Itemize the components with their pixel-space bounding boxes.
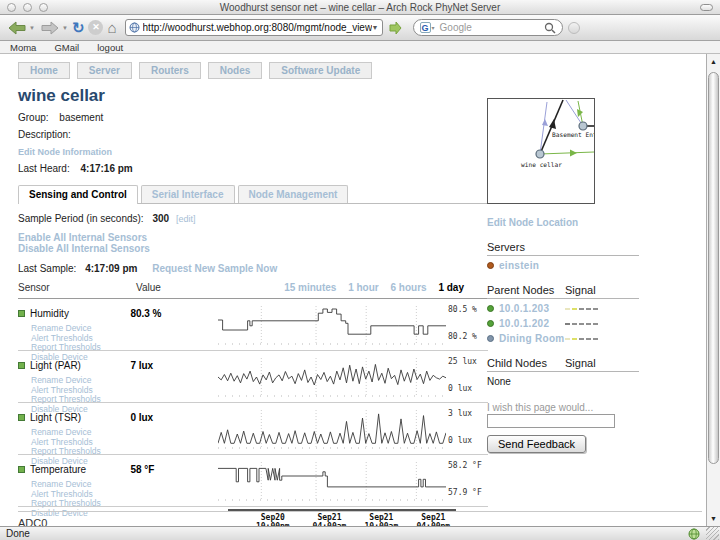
node-status-dot xyxy=(487,320,494,327)
browser-toolbar: ▼ ▼ ↻ ✕ ⌂ ▼ G ▾ Google xyxy=(0,15,720,41)
search-magnifier-icon[interactable] xyxy=(544,22,556,34)
toolbar-toggle-button[interactable] xyxy=(700,4,713,11)
tab-node-management[interactable]: Node Management xyxy=(238,185,349,203)
signal-strength-indicator xyxy=(565,308,598,310)
bookmarks-bar: Moma GMail logout xyxy=(0,41,720,54)
row-divider xyxy=(18,511,702,512)
enable-all-sensors-link[interactable]: Enable All Internal Sensors xyxy=(18,232,488,243)
server-status-dot xyxy=(487,262,494,269)
bookmark-gmail[interactable]: GMail xyxy=(54,42,79,53)
server-row-einstein: einstein xyxy=(487,260,639,271)
sensor-column-header: Sensor xyxy=(18,282,136,293)
child-signal-header: Signal xyxy=(565,357,596,369)
group-label: Group: xyxy=(18,112,49,123)
range-15-minutes[interactable]: 15 minutes xyxy=(284,282,336,293)
last-sample-row: Last Sample: 4:17:09 pm Request New Samp… xyxy=(18,263,488,274)
sensor-name: Light (PAR) xyxy=(30,360,81,371)
last-sample-value: 4:17:09 pm xyxy=(85,263,137,274)
parent-nodes-header: Parent Nodes Signal xyxy=(487,284,639,299)
sample-period-value: 300 xyxy=(152,213,169,224)
description-label: Description: xyxy=(18,129,71,140)
send-feedback-button[interactable]: Send Feedback xyxy=(487,435,586,453)
value-column-header: Value xyxy=(136,282,228,293)
feedback-input[interactable] xyxy=(487,414,615,428)
nav-software-update[interactable]: Software Update xyxy=(269,62,372,79)
range-6-hours[interactable]: 6 hours xyxy=(391,282,427,293)
home-button[interactable]: ⌂ xyxy=(107,18,116,38)
group-value: basement xyxy=(59,112,103,123)
node-location-map: Basement Ente wine cellar xyxy=(487,98,595,204)
search-engine-caret-icon[interactable]: ▾ xyxy=(432,24,435,31)
map-node-wine-cellar[interactable] xyxy=(536,150,544,158)
reload-button[interactable]: ↻ xyxy=(72,18,85,38)
edit-sample-period-link[interactable]: [edit] xyxy=(176,214,196,224)
nav-home[interactable]: Home xyxy=(18,62,70,79)
range-1-day[interactable]: 1 day xyxy=(438,282,464,293)
back-button[interactable]: ▼ xyxy=(6,18,35,38)
status-bar: Done xyxy=(0,526,720,540)
vertical-scrollbar[interactable]: ▲ ▼ xyxy=(706,54,720,526)
parent-node-link[interactable]: 10.0.1.202 xyxy=(499,318,565,329)
chart-min-label: 57.9 °F xyxy=(448,488,488,497)
range-1-hour[interactable]: 1 hour xyxy=(348,282,379,293)
google-engine-icon[interactable]: G xyxy=(420,22,431,33)
chart-min-label: 80.2 % xyxy=(448,332,488,341)
forward-button[interactable]: ▼ xyxy=(39,18,68,38)
light-tsr-chart xyxy=(218,408,446,450)
chart-min-label: 0 lux xyxy=(448,436,488,445)
tab-sensing-and-control[interactable]: Sensing and Control xyxy=(18,185,138,204)
primary-nav: Home Server Routers Nodes Software Updat… xyxy=(18,62,488,79)
map-label-basement: Basement Ente xyxy=(552,131,594,138)
stop-button[interactable]: ✕ xyxy=(88,18,103,38)
parent-node-link[interactable]: Dining Room xyxy=(499,333,565,344)
sensor-row-light-tsr: Light (TSR) Rename Device Alert Threshol… xyxy=(18,403,488,455)
sensor-row-temperature: Temperature Rename Device Alert Threshol… xyxy=(18,455,488,507)
page-viewport: Home Server Routers Nodes Software Updat… xyxy=(0,54,706,526)
sensor-value: 0 lux xyxy=(130,412,153,423)
node-sidebar: Basement Ente wine cellar Edit Node Loca… xyxy=(487,98,667,453)
time-range-selector: 15 minutes 1 hour 6 hours 1 day xyxy=(228,282,464,293)
address-bar[interactable]: ▼ xyxy=(125,19,383,36)
bookmark-logout[interactable]: logout xyxy=(97,42,123,53)
go-arrow-icon xyxy=(387,21,403,35)
nav-nodes[interactable]: Nodes xyxy=(208,62,263,79)
node-status-dot xyxy=(487,335,494,342)
scroll-down-arrow[interactable]: ▼ xyxy=(707,512,720,525)
scroll-up-arrow[interactable]: ▲ xyxy=(707,55,720,68)
window-resize-grip[interactable] xyxy=(706,527,719,540)
server-link[interactable]: einstein xyxy=(499,260,565,271)
last-heard-value: 4:17:16 pm xyxy=(80,163,132,174)
tab-serial-interface[interactable]: Serial Interface xyxy=(141,185,235,203)
sensor-row-light-par: Light (PAR) Rename Device Alert Threshol… xyxy=(18,351,488,403)
sensor-name: Humidity xyxy=(30,308,69,319)
reload-icon: ↻ xyxy=(72,20,85,35)
chart-max-label: 58.2 °F xyxy=(448,461,488,470)
scrollbar-thumb[interactable] xyxy=(708,72,719,464)
sensor-status-led xyxy=(18,310,25,317)
parent-node-link[interactable]: 10.0.1.203 xyxy=(499,303,565,314)
truncated-sensor-name: ADC0 xyxy=(18,517,702,526)
humidity-chart xyxy=(218,304,446,346)
node-status-dot xyxy=(487,305,494,312)
signal-strength-indicator xyxy=(565,338,598,340)
map-node-basement[interactable] xyxy=(579,122,587,130)
search-bar[interactable]: G ▾ Google xyxy=(413,19,563,36)
url-input[interactable] xyxy=(143,22,372,33)
edit-node-information-link[interactable]: Edit Node Information xyxy=(18,147,112,157)
go-button[interactable] xyxy=(387,18,403,38)
search-placeholder: Google xyxy=(440,22,544,33)
disable-all-sensors-link[interactable]: Disable All Internal Sensors xyxy=(18,243,488,254)
nav-routers[interactable]: Routers xyxy=(139,62,201,79)
chart-max-label: 25 lux xyxy=(448,357,488,366)
edit-node-location-link[interactable]: Edit Node Location xyxy=(487,217,667,228)
parent-node-row: Dining Room xyxy=(487,333,639,344)
bookmark-moma[interactable]: Moma xyxy=(10,42,36,53)
nav-server[interactable]: Server xyxy=(77,62,132,79)
map-label-wine-cellar: wine cellar xyxy=(521,161,562,168)
url-dropdown-caret-icon[interactable]: ▼ xyxy=(372,24,379,31)
parent-node-row: 10.0.1.203 xyxy=(487,303,639,314)
security-globe-icon xyxy=(688,528,700,540)
request-new-sample-link[interactable]: Request New Sample Now xyxy=(152,263,277,274)
group-row: Group: basement xyxy=(18,112,488,123)
sensor-value: 7 lux xyxy=(130,360,153,371)
